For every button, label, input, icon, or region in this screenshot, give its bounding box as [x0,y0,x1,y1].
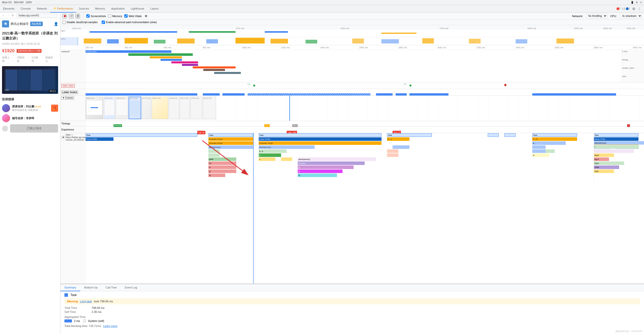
course-date: 3月6日-6月26日 周六 13:00-15:15 [0,42,60,47]
tab-memory[interactable]: Memory [92,5,108,13]
tab-event-log[interactable]: Event Log [121,284,141,291]
frame-4-time: 167.0 ms [129,97,141,100]
wf-fud [150,56,182,58]
wf-sx [171,61,198,63]
svg-rect-10 [381,39,399,44]
frame-9: 179.5 ms [190,97,202,119]
frame-5: 117.9 ms [142,97,151,119]
learn-more-link[interactable]: Learn more [103,324,117,327]
video-duration: 43:21 [49,90,57,93]
experience-section-label: Experience [60,127,86,133]
timeline-overview[interactable]: 1291 ms 1791 ms 2291 ms 2791 ms 3291 ms … [60,25,644,45]
num34 [594,149,634,153]
url-bar: ← → ↻ fudao.qq.com/#1 [0,13,60,18]
tab-performance[interactable]: ⚡ Performance [50,5,76,13]
back-icon[interactable]: ← [2,14,5,17]
tab-network[interactable]: Network [34,5,50,13]
tab-sources[interactable]: Sources [76,5,92,13]
nav-live[interactable]: 直播上课 [2,56,12,63]
overview-network: NET [60,29,644,37]
social-row: 已截止报名 [0,123,60,134]
tab-application[interactable]: Application [108,5,128,13]
r-right-block [532,145,546,149]
task-title: Task [70,293,77,297]
zoom-value[interactable]: 100% [26,1,32,4]
web-vitals-label-box: Web Vitals [61,84,75,88]
user-icon[interactable]: 👤 [54,22,58,26]
far-right-flame: (anonymous) f 6g1Z 6gnT Pphc 1RNr rKEf [594,133,644,183]
forward-icon[interactable]: → [7,14,10,17]
disable-js-label: Disable JavaScript samples [67,21,98,24]
url-input[interactable]: fudao.qq.com/#1 [16,13,58,18]
nav-replay[interactable]: 无限回放 [17,56,27,63]
reload-record-button[interactable]: ↺ [69,14,73,18]
fa-render: Fa [208,161,236,165]
settings-icon[interactable]: ⚙ [636,1,638,4]
settings-icon-sm[interactable]: ⚙ [145,14,147,18]
experience-row: Experience La...6 Lay...#6 La...1 [60,127,644,133]
memory-checkbox[interactable] [108,14,111,18]
frame-selection-line [289,96,290,121]
tab-lighthouse[interactable]: Lighthouse [128,5,147,13]
wf-course-js [128,53,193,56]
long-tasks-row: LONG TASKS [60,89,644,96]
register-button[interactable]: 已截止报名 [10,124,58,133]
frames-row: ▼ Frames 948.8 ms 15 [60,96,644,121]
record-button[interactable]: ⏺ [62,14,67,18]
warning-label: Warning [67,300,78,303]
tab-summary[interactable]: Summary [60,284,80,291]
long-task-link[interactable]: Long task [80,300,92,303]
disable-js-checkbox[interactable] [62,21,66,24]
webvitals-checkbox[interactable] [124,14,128,18]
time-ruler-main: 291 ms 491 ms 691 ms 891 ms 1091 ms 1291… [60,45,644,50]
network-throttle-select[interactable]: No throttling [586,14,607,18]
main-label-content: ▼ Main — https://fudao.qq.com/course.htm… [61,134,84,141]
svg-rect-3 [154,40,165,44]
tab-bottom-up[interactable]: Bottom-Up [80,284,102,291]
d-b-block: d...b [259,149,287,153]
overview-cpu: CPU [60,37,644,45]
more-icon[interactable]: ⋮ [637,7,641,11]
devtools-tab-bar: Elements Console Network ⚡ Performance S… [0,5,644,13]
nav-notes[interactable]: 精编讲义 [45,56,55,63]
tab-layers[interactable]: Layers [147,5,162,13]
tab-call-tree[interactable]: Call Tree [102,284,121,291]
reload-icon[interactable]: ↻ [12,14,14,17]
device-name[interactable]: Moto G4 [2,1,12,4]
nav-tutor[interactable]: 1v1辅导 [31,56,41,63]
teacher-avatar [2,104,10,112]
toggle-device-icon[interactable]: 📱 [631,1,634,4]
main-toggle[interactable]: ▼ [61,136,65,139]
task-block-1: Task [86,133,197,137]
close-icon[interactable]: ✕ [640,1,642,4]
wf-teac [182,64,198,66]
course-price: ¥1920 [2,48,15,54]
screenshots-checkbox[interactable] [86,14,90,18]
app-btn[interactable]: App查看 [30,22,43,26]
cpu-throttle-select[interactable]: 4x slowdown [620,14,642,18]
svg-rect-13 [516,39,527,44]
network-waterfall-right: 5_fc0... storag... vendor_23c9... stok..… [621,50,644,82]
clear-button[interactable]: 🗑 [75,14,80,18]
svg-rect-2 [125,38,148,44]
cpu-label: CPU: [610,15,617,18]
settings-gear-icon[interactable]: ⚙ [632,7,635,11]
eval-script-3: Evaluate Script [259,141,382,145]
task-block-5 [488,133,499,137]
lcp-marker: LCP [264,124,270,127]
agg-time-label: Aggregated Time [64,315,640,318]
video-thumbnail[interactable]: 43:21 试听 [2,66,58,94]
web-vitals-content: LS LS [86,82,644,89]
frame-7-time: 144.8 ms [169,97,179,100]
web-vitals-label: Web Vitals [60,82,86,89]
frame-3: 193.6 ms [116,97,128,119]
timeline-selection [60,37,78,45]
webpage-panel: ← → ↻ fudao.qq.com/#1 鹅 腾讯企鹅辅导 App查看 👤 2… [0,13,60,334]
enable-paint-checkbox[interactable] [102,21,105,24]
frames-toggle[interactable]: ▼ Frames [61,96,74,100]
frame-6-time: 350.6 ms [152,97,168,100]
tab-console[interactable]: Console [18,5,34,13]
tab-elements[interactable]: Elements [0,5,18,13]
teacher-name: 授课老师：刘云鹏 ★ 4.9 [12,105,49,108]
frame-7: 144.8 ms [169,97,179,119]
